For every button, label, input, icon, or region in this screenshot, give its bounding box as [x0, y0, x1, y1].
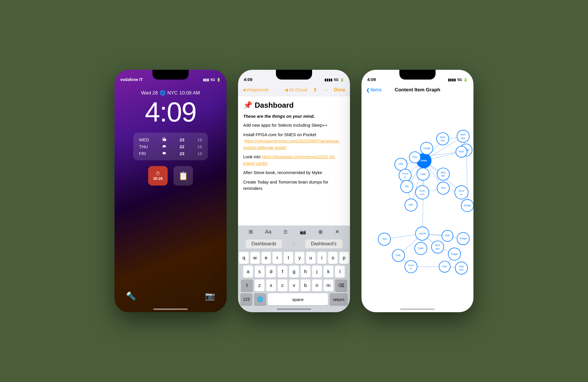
graph-battery-icon: 🔋 — [463, 78, 468, 82]
shift-key[interactable]: ⇧ — [241, 279, 253, 292]
flashlight-icon[interactable]: 🔦 — [126, 291, 136, 301]
list-tool-icon[interactable]: ☰ — [281, 228, 290, 236]
notes-content[interactable]: 📌 Dashboard These are the things on your… — [238, 96, 350, 229]
key-y[interactable]: y — [295, 252, 304, 264]
autocomplete-divider: | — [293, 241, 294, 246]
key-j[interactable]: j — [312, 266, 322, 278]
key-m[interactable]: m — [324, 279, 333, 292]
table-tool-icon[interactable]: ⊞ — [246, 227, 255, 236]
svg-text:Text: Text — [441, 186, 446, 189]
notes-widget[interactable]: 📋 — [173, 166, 193, 186]
phone-lockscreen: vodafone IT ▮▮▮ 5G 🔋 Wed 28 🌐 NYC 10:08 … — [115, 70, 227, 312]
node-pdf3[interactable]: PDF — [442, 230, 453, 242]
lock-date-row: Wed 28 🌐 NYC 10:08 AM — [141, 90, 200, 96]
node-file1[interactable]: File — [401, 180, 413, 193]
key-h[interactable]: h — [301, 266, 310, 278]
home-indicator-1 — [153, 308, 188, 310]
key-n[interactable]: n — [312, 279, 322, 292]
numbers-key[interactable]: 123 — [240, 293, 252, 305]
close-tool-icon[interactable]: ✕ — [333, 227, 342, 236]
key-l[interactable]: l — [335, 266, 345, 278]
key-c[interactable]: c — [278, 279, 287, 292]
camera-tool-icon[interactable]: 📷 — [297, 227, 308, 236]
node-date2[interactable]: Date — [415, 242, 427, 254]
node-pdf4[interactable]: PDF — [439, 261, 450, 272]
key-r[interactable]: r — [272, 252, 282, 264]
key-b[interactable]: b — [301, 279, 310, 292]
autocomplete-word-1[interactable]: Dashboards — [246, 240, 282, 248]
svg-text:Date: Date — [418, 247, 423, 250]
key-x[interactable]: x — [266, 279, 276, 292]
key-k[interactable]: k — [324, 266, 333, 278]
space-key[interactable]: space — [268, 293, 328, 305]
notes-signal-icon: ▮▮▮▮ — [324, 78, 332, 82]
svg-text:File: File — [405, 185, 409, 188]
lock-bottom-buttons: 🔦 📷 — [115, 291, 227, 301]
autocomplete-word-2[interactable]: Dashboard's — [305, 240, 342, 248]
camera-icon[interactable]: 📷 — [205, 291, 215, 301]
key-u[interactable]: u — [306, 252, 316, 264]
key-w[interactable]: w — [250, 252, 260, 264]
key-s[interactable]: s — [255, 266, 264, 278]
more-icon[interactable]: ⋯ — [323, 87, 328, 93]
timer-widget[interactable]: ⏱ 30:26 — [148, 166, 168, 186]
lock-wall-time: 10:08 AM — [179, 90, 200, 96]
node-dictionary[interactable]: Dictio nary — [415, 186, 429, 199]
node-text1[interactable]: Text — [437, 182, 449, 194]
svg-text:text: text — [460, 268, 464, 271]
node-date1[interactable]: Date — [417, 168, 429, 180]
notes-back-button[interactable]: ◀ Widgetsmith — [243, 88, 269, 92]
notes-para-6: Create Today and Tomorrow brain dumps fo… — [243, 179, 345, 192]
emoji-key[interactable]: 🌐 — [254, 293, 266, 305]
node-richtext4[interactable]: Rich text — [432, 241, 444, 253]
key-d[interactable]: d — [266, 266, 276, 278]
node-image3[interactable]: Image — [457, 232, 469, 245]
node-url1[interactable]: URL — [395, 158, 407, 171]
node-article[interactable]: Article — [415, 227, 429, 240]
done-button[interactable]: Done — [334, 87, 345, 92]
node-pdf1[interactable]: PDF — [409, 152, 421, 163]
node-pdf2[interactable]: PDF — [456, 146, 467, 157]
graph-back-button[interactable]: ❮ Items — [366, 87, 382, 93]
lock-time: 4:09 — [145, 98, 196, 126]
svg-line-17 — [467, 151, 468, 205]
node-url3[interactable]: URL — [392, 249, 405, 262]
svg-text:Numb: Numb — [402, 172, 408, 175]
node-image1[interactable]: Image — [421, 142, 433, 155]
icloud-back-button[interactable]: ◀ All iCloud — [285, 87, 307, 92]
key-g[interactable]: g — [289, 266, 299, 278]
graph-navbar: ❮ Items Content Item Graph — [361, 84, 473, 96]
graph-area[interactable]: Note Rich text Rich text — [361, 96, 473, 306]
node-url2[interactable]: URL — [405, 199, 417, 211]
node-richtext1[interactable]: Rich text — [436, 133, 449, 145]
node-text2[interactable]: Text — [378, 233, 390, 245]
keyboard-toolbar: ⊞ Aa ☰ 📷 ⊕ ✕ — [238, 225, 350, 238]
key-f[interactable]: f — [278, 266, 287, 278]
key-e[interactable]: e — [262, 252, 271, 264]
share-icon[interactable]: ⬆ — [313, 87, 317, 93]
node-image5[interactable]: Image — [461, 199, 473, 212]
link-tool-icon[interactable]: ⊕ — [316, 227, 325, 236]
backspace-key[interactable]: ⌫ — [335, 279, 347, 292]
key-t[interactable]: t — [284, 252, 293, 264]
return-key[interactable]: return — [330, 293, 348, 305]
pin-emoji: 📌 — [243, 101, 252, 110]
node-boolean[interactable]: Boole an — [455, 186, 468, 199]
key-p[interactable]: p — [339, 252, 349, 264]
node-richtext3[interactable]: Rich text — [437, 168, 449, 180]
node-image4[interactable]: Image — [448, 248, 461, 260]
key-i[interactable]: i — [317, 252, 327, 264]
text-format-icon[interactable]: Aa — [263, 228, 274, 236]
svg-point-61 — [415, 186, 429, 199]
node-richtext5[interactable]: Rich text — [455, 262, 468, 274]
node-richtext2[interactable]: Rich text — [457, 130, 469, 142]
node-number1[interactable]: Numb er — [399, 169, 411, 182]
key-q[interactable]: q — [239, 252, 249, 264]
key-a[interactable]: a — [243, 266, 253, 278]
svg-text:Rich: Rich — [441, 171, 446, 174]
svg-text:Numb: Numb — [408, 264, 414, 267]
key-v[interactable]: v — [289, 279, 299, 292]
key-o[interactable]: o — [328, 252, 338, 264]
node-number2[interactable]: Numb er — [405, 261, 417, 273]
key-z[interactable]: z — [255, 279, 264, 292]
